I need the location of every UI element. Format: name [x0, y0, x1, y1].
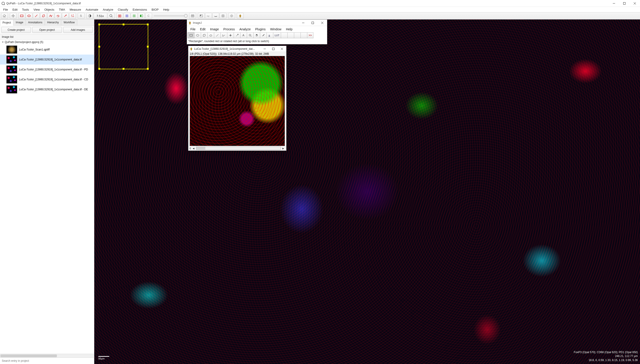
scroll-left[interactable]: ◀: [192, 147, 195, 150]
menu-tma[interactable]: TMA: [57, 8, 67, 12]
sidebar-hscroll[interactable]: [0, 354, 94, 358]
tab-image[interactable]: Image: [13, 20, 26, 25]
maximize-button[interactable]: [619, 0, 629, 7]
tool-wand[interactable]: [62, 13, 69, 19]
close-button[interactable]: [629, 0, 640, 7]
tool-measurement-table[interactable]: [189, 13, 196, 19]
tool-line[interactable]: [33, 13, 40, 19]
menu-view[interactable]: View: [31, 8, 42, 12]
menu-measure[interactable]: Measure: [67, 8, 83, 12]
image-entry[interactable]: LuCa-7color_[13860,52919]_1x1component_d…: [0, 74, 94, 84]
ij-menu-file[interactable]: File: [188, 27, 198, 32]
opacity-slider[interactable]: [154, 15, 188, 16]
ij-tool-point[interactable]: [227, 32, 234, 38]
ij-menu-edit[interactable]: Edit: [198, 27, 207, 32]
scroll-track[interactable]: [196, 147, 281, 150]
ij-tool-zoom[interactable]: [247, 32, 254, 38]
ij-channel-scroll[interactable]: c ◀ ▶: [188, 146, 286, 150]
ij-maximize[interactable]: [308, 20, 318, 26]
project-root[interactable]: QuPath Demo/project.qpproj (5): [0, 40, 94, 44]
ij-tool-line[interactable]: [214, 32, 221, 38]
menu-tools[interactable]: Tools: [20, 8, 31, 12]
image-viewport[interactable]: 50μm FoxP3 (Opal 570); CD68 (Opal 620); …: [94, 20, 640, 364]
ij-tool-dropper[interactable]: [260, 32, 267, 38]
tool-location[interactable]: x,y: [205, 13, 212, 19]
ij-menu-help[interactable]: Help: [284, 27, 295, 32]
tool-selection-mode[interactable]: S: [78, 13, 85, 19]
ij-tool-oval[interactable]: [194, 32, 201, 38]
ij-tool-text[interactable]: A: [240, 32, 247, 38]
tool-grid[interactable]: [220, 13, 227, 19]
menu-file[interactable]: File: [1, 8, 10, 12]
menu-objects[interactable]: Objects: [42, 8, 57, 12]
menu-classify[interactable]: Classify: [116, 8, 131, 12]
tool-zoom-fit[interactable]: [108, 13, 114, 19]
tool-imagej[interactable]: [237, 13, 244, 19]
ij-tool-stk1[interactable]: [281, 32, 288, 38]
ij-tool-freehand[interactable]: [207, 32, 214, 38]
add-images-button[interactable]: Add images: [63, 27, 93, 33]
open-project-button[interactable]: Open project: [32, 27, 62, 33]
ij-menu-window[interactable]: Window: [268, 27, 284, 32]
ij-tool-polygon[interactable]: [201, 32, 207, 38]
ij-tool-angle[interactable]: [221, 32, 227, 38]
ij-menu-analyze[interactable]: Analyze: [237, 27, 253, 32]
toggle-detections[interactable]: [131, 13, 138, 19]
image-entry[interactable]: LuCa-7color_[13860,52919]_1x1component_d…: [0, 84, 94, 94]
ij-img-minimize[interactable]: [260, 46, 269, 52]
menu-automate[interactable]: Automate: [83, 8, 101, 12]
titlebar[interactable]: QuPath - LuCa-7color_[13860,52919]_1x1co…: [0, 0, 640, 7]
image-entry[interactable]: LuCa-7color_[13860,52919]_1x1component_d…: [0, 64, 94, 74]
ij-tool-wand[interactable]: [234, 32, 241, 38]
ij-tool-dev[interactable]: a: [267, 32, 273, 38]
tool-polygon[interactable]: [40, 13, 47, 19]
image-entry[interactable]: LuCa-7color_Scan1.qptiff: [0, 44, 94, 54]
tool-ellipse[interactable]: [26, 13, 32, 19]
ij-tool-stk2[interactable]: [287, 32, 294, 38]
toggle-fill[interactable]: [138, 13, 145, 19]
menu-extensions[interactable]: Extensions: [130, 8, 149, 12]
minimize-button[interactable]: [609, 0, 619, 7]
search-input[interactable]: [0, 358, 94, 364]
ij-tool-hand[interactable]: [253, 32, 260, 38]
toggle-tma[interactable]: [123, 13, 130, 19]
scroll-right[interactable]: ▶: [282, 147, 285, 150]
imagej-image-window[interactable]: LuCa-7color_[13860,52919]_1x1component_d…: [188, 46, 286, 151]
ij-image-canvas[interactable]: [190, 56, 285, 146]
create-project-button[interactable]: Create project: [1, 27, 31, 33]
tool-brightness-contrast[interactable]: [86, 13, 93, 19]
menu-help[interactable]: Help: [161, 8, 171, 12]
image-entry[interactable]: LuCa-7color_[13860,52919]_1x1component_d…: [0, 54, 94, 64]
ij-menu-plugins[interactable]: Plugins: [253, 27, 268, 32]
tab-workflow[interactable]: Workflow: [61, 20, 77, 25]
ij-tool-lut[interactable]: LUT: [273, 32, 281, 38]
scroll-thumb[interactable]: [196, 147, 205, 150]
imagej-window[interactable]: ImageJ File Edit Image Process Analyze P…: [187, 20, 327, 44]
tool-brush[interactable]: [55, 13, 61, 19]
roi-rectangle[interactable]: [99, 24, 148, 69]
ij-tool-more[interactable]: >>: [307, 32, 313, 38]
tool-polyline[interactable]: [47, 13, 54, 19]
ij-tool-stk3[interactable]: [294, 32, 301, 38]
menu-edit[interactable]: Edit: [10, 8, 20, 12]
ij-tool-rectangle[interactable]: [188, 32, 194, 38]
ij-img-maximize[interactable]: [269, 46, 278, 52]
tool-points[interactable]: [69, 13, 76, 19]
image-tree[interactable]: QuPath Demo/project.qpproj (5) LuCa-7col…: [0, 40, 94, 354]
toggle-annotations[interactable]: [116, 13, 123, 19]
tab-project[interactable]: Project: [0, 20, 13, 26]
menu-analyze[interactable]: Analyze: [100, 8, 115, 12]
ij-menu-image[interactable]: Image: [208, 27, 221, 32]
tool-move[interactable]: [10, 13, 17, 19]
ij-menu-process[interactable]: Process: [222, 27, 237, 32]
tool-overview[interactable]: [198, 13, 205, 19]
menu-biop[interactable]: BIOP: [149, 8, 161, 12]
ij-img-close[interactable]: [278, 46, 286, 52]
tool-preferences[interactable]: [228, 13, 235, 19]
ij-minimize[interactable]: [298, 20, 308, 26]
tool-pin[interactable]: [1, 13, 8, 19]
tool-scalebar[interactable]: [212, 13, 219, 19]
tab-annotations[interactable]: Annotations: [26, 20, 45, 25]
toggle-connections[interactable]: C: [145, 13, 152, 19]
ij-tool-stk4[interactable]: [301, 32, 307, 38]
